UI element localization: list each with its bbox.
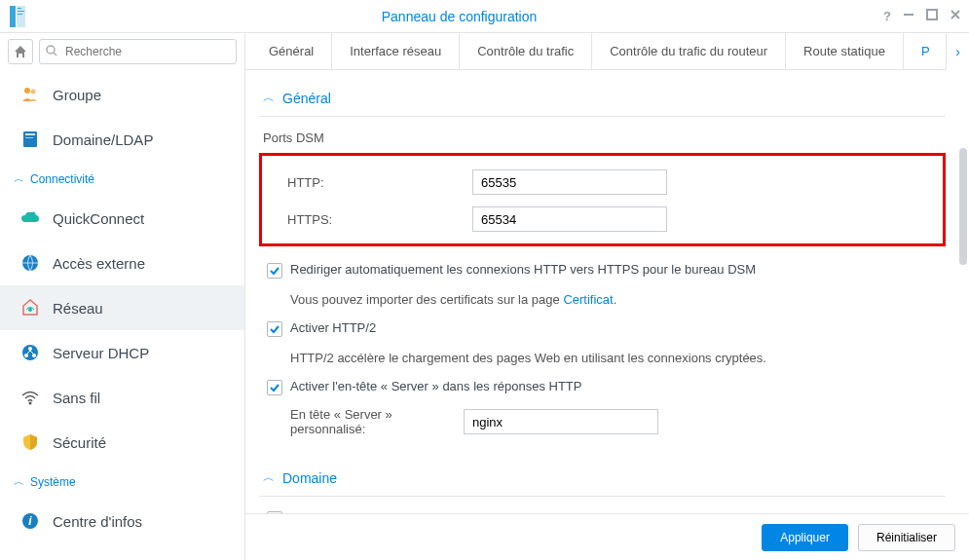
titlebar: Panneau de configuration ? <box>0 0 969 33</box>
section-general-header[interactable]: ︿ Général <box>259 80 946 117</box>
chevron-up-icon: ︿ <box>263 469 275 486</box>
svg-rect-5 <box>904 14 913 16</box>
wifi-icon <box>19 387 41 408</box>
sidebar-item-label: Sans fil <box>53 390 100 406</box>
ports-highlight-box: HTTP: HTTPS: <box>259 153 946 246</box>
svg-rect-1 <box>17 6 25 27</box>
tabs: Général Interface réseau Contrôle du tra… <box>245 33 969 70</box>
sidebar: Groupe Domaine/LDAP ︿ Connectivité Quick… <box>0 33 245 560</box>
help-icon[interactable]: ? <box>883 9 891 23</box>
svg-point-7 <box>47 46 55 54</box>
content: Général Interface réseau Contrôle du tra… <box>245 33 969 560</box>
search-input[interactable] <box>39 39 237 64</box>
http-port-input[interactable] <box>472 169 667 195</box>
sidebar-item-info-center[interactable]: i Centre d'infos <box>0 499 244 543</box>
certificate-link[interactable]: Certificat <box>563 292 613 307</box>
sidebar-item-quickconnect[interactable]: QuickConnect <box>0 196 244 241</box>
redirect-https-checkbox[interactable] <box>267 263 282 279</box>
custom-domain-label: Activer un domaine personnalisé <box>290 510 474 513</box>
svg-rect-4 <box>18 14 22 15</box>
https-label: HTTPS: <box>287 212 472 227</box>
sidebar-item-dhcp[interactable]: Serveur DHCP <box>0 330 244 375</box>
svg-rect-12 <box>25 137 33 138</box>
minimize-icon[interactable] <box>903 9 914 23</box>
close-icon[interactable] <box>950 9 961 23</box>
svg-rect-6 <box>927 10 937 19</box>
svg-rect-0 <box>10 6 16 27</box>
search-icon <box>45 44 58 60</box>
sidebar-section-connectivity[interactable]: ︿ Connectivité <box>0 162 244 196</box>
svg-point-16 <box>28 347 32 351</box>
sidebar-section-system[interactable]: ︿ Système <box>0 465 244 499</box>
cert-hint: Vous pouvez importer des certificats sur… <box>259 284 946 315</box>
svg-rect-2 <box>18 8 21 9</box>
globe-icon <box>19 252 41 274</box>
sidebar-item-label: Sécurité <box>53 434 106 451</box>
sidebar-item-label: Centre d'infos <box>53 513 142 530</box>
cloud-icon <box>19 207 41 229</box>
server-custom-label: En tête « Server » personnalisé: <box>290 407 464 436</box>
chevron-up-icon: ︿ <box>14 171 24 186</box>
server-header-label: Activer l'en-tête « Server » dans les ré… <box>290 379 581 393</box>
sidebar-item-external-access[interactable]: Accès externe <box>0 241 244 285</box>
tab-static-route[interactable]: Route statique <box>786 33 904 69</box>
window-title: Panneau de configuration <box>35 9 883 24</box>
sidebar-item-label: Domaine/LDAP <box>53 131 153 148</box>
server-header-checkbox[interactable] <box>267 380 282 395</box>
sidebar-item-label: Serveur DHCP <box>53 345 149 361</box>
scrollbar-vertical[interactable] <box>959 148 967 265</box>
network-icon <box>19 297 41 318</box>
sidebar-item-label: Réseau <box>53 300 103 317</box>
sidebar-item-label: Groupe <box>53 87 101 103</box>
info-icon: i <box>19 510 41 532</box>
dhcp-icon <box>19 342 41 363</box>
sidebar-item-domain-ldap[interactable]: Domaine/LDAP <box>0 117 244 162</box>
app-icon <box>8 5 27 28</box>
home-button[interactable] <box>8 39 33 64</box>
footer: Appliquer Réinitialiser <box>245 513 969 560</box>
shield-icon <box>19 431 41 453</box>
reset-button[interactable]: Réinitialiser <box>858 524 955 551</box>
ports-dsm-label: Ports DSM <box>259 125 946 151</box>
sidebar-item-security[interactable]: Sécurité <box>0 420 244 465</box>
http-label: HTTP: <box>287 175 472 190</box>
svg-point-8 <box>24 88 30 93</box>
chevron-up-icon: ︿ <box>263 90 275 106</box>
svg-rect-3 <box>18 11 24 12</box>
svg-point-19 <box>29 402 32 405</box>
book-icon <box>19 129 41 150</box>
group-icon <box>19 84 41 105</box>
http2-checkbox[interactable] <box>267 321 282 337</box>
tab-network-interface[interactable]: Interface réseau <box>332 33 460 69</box>
maximize-icon[interactable] <box>926 9 938 23</box>
svg-rect-11 <box>25 133 35 135</box>
tab-traffic-control[interactable]: Contrôle du trafic <box>460 33 592 69</box>
chevron-up-icon: ︿ <box>14 474 24 489</box>
http2-label: Activer HTTP/2 <box>290 320 376 335</box>
svg-point-9 <box>31 90 36 94</box>
server-custom-input[interactable] <box>464 409 658 434</box>
tab-general[interactable]: Général <box>251 33 332 69</box>
custom-domain-checkbox[interactable] <box>267 511 282 513</box>
apply-button[interactable]: Appliquer <box>762 524 848 551</box>
svg-point-17 <box>24 354 28 357</box>
https-port-input[interactable] <box>472 206 667 232</box>
redirect-https-label: Rediriger automatiquement les connexions… <box>290 262 756 277</box>
svg-point-14 <box>28 308 32 312</box>
sidebar-item-wireless[interactable]: Sans fil <box>0 375 244 420</box>
sidebar-item-network[interactable]: Réseau <box>0 285 244 330</box>
sidebar-item-group[interactable]: Groupe <box>0 72 244 117</box>
sidebar-item-label: Accès externe <box>53 255 145 272</box>
scroll-tabs-right-button[interactable]: › <box>946 33 969 70</box>
http2-description: HTTP/2 accélère le chargement des pages … <box>259 343 946 373</box>
sidebar-item-label: QuickConnect <box>53 210 144 227</box>
svg-point-18 <box>32 354 36 357</box>
section-domain-header[interactable]: ︿ Domaine <box>259 460 946 497</box>
tab-partial[interactable]: P <box>904 33 948 69</box>
tab-router-traffic[interactable]: Contrôle du trafic du routeur <box>592 33 786 69</box>
